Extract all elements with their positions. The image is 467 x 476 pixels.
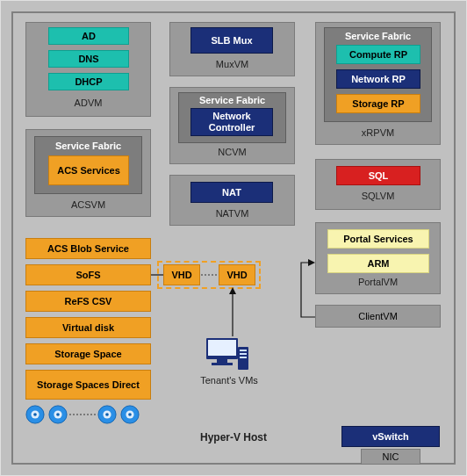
arm-box: ARM (327, 254, 429, 273)
disk-icon (25, 405, 45, 424)
tenant-to-vhd-arrow (227, 287, 238, 336)
svg-point-11 (128, 413, 132, 416)
svg-rect-16 (212, 363, 233, 365)
acsvm-label: ACSVM (25, 199, 151, 210)
network-rp-box: Network RP (336, 69, 420, 89)
nic-label: NIC (383, 451, 399, 462)
acs-blob-label: ACS Blob Service (47, 243, 129, 254)
ssd-box: Storage Spaces Direct (25, 370, 151, 400)
disk-icon (48, 405, 68, 424)
xrpvm-label: xRPVM (315, 127, 441, 138)
vhd-ellipsis-line (201, 274, 217, 276)
natvm-label: NATVM (169, 208, 295, 219)
portal-services-box: Portal Services (327, 229, 429, 249)
tenant-vms-label: Tenant's VMs (176, 375, 282, 386)
dns-label: DNS (78, 54, 98, 64)
svg-rect-15 (217, 359, 227, 363)
ncvm-fabric-label: Service Fabric (199, 95, 265, 105)
svg-marker-25 (308, 259, 315, 266)
nc-label: Network Controller (191, 111, 272, 133)
svg-rect-18 (240, 350, 247, 351)
diagram-canvas: AD DNS DHCP ADVM Service Fabric ACS Serv… (0, 0, 467, 476)
clientvm-label: ClientVM (358, 311, 398, 321)
storage-rp-label: Storage RP (352, 98, 404, 109)
ncvm-label: NCVM (169, 147, 295, 157)
sql-box: SQL (336, 166, 420, 185)
disk-icon (97, 405, 117, 424)
clientvm-group: ClientVM (315, 305, 441, 328)
arm-label: ARM (367, 258, 389, 269)
sspace-box: Storage Space (25, 343, 151, 364)
network-rp-label: Network RP (351, 74, 406, 84)
dhcp-box: DHCP (48, 73, 129, 90)
sqlvm-label: SQLVM (315, 191, 441, 201)
compute-rp-box: Compute RP (336, 45, 420, 64)
sofs-box: SoFS (25, 264, 151, 285)
muxvm-label: MuxVM (169, 59, 295, 69)
refs-label: ReFS CSV (65, 296, 112, 307)
acs-blob-box: ACS Blob Service (25, 238, 151, 259)
portal-services-label: Portal Services (343, 234, 413, 244)
svg-rect-19 (240, 353, 247, 355)
xrpvm-fabric-label: Service Fabric (345, 31, 411, 41)
hyperv-host-label: Hyper-V Host (176, 431, 291, 444)
disk-icon (120, 405, 140, 424)
refs-box: ReFS CSV (25, 291, 151, 312)
compute-rp-label: Compute RP (349, 49, 407, 60)
vswitch-box: vSwitch (341, 426, 440, 447)
dns-box: DNS (48, 50, 129, 68)
dhcp-label: DHCP (75, 76, 102, 87)
vdisk-box: Virtual disk (25, 317, 151, 338)
advm-label: ADVM (25, 97, 151, 108)
disk-ellipsis-line (69, 414, 96, 415)
acsvm-fabric-label: Service Fabric (55, 141, 121, 151)
ad-label: AD (82, 31, 96, 41)
svg-point-5 (56, 413, 60, 416)
svg-rect-20 (240, 357, 247, 358)
portalvm-label: PortalVM (315, 277, 441, 287)
svg-rect-14 (208, 340, 236, 356)
client-to-portal-arrow (296, 257, 317, 319)
ad-box: AD (48, 27, 129, 45)
nc-box: Network Controller (190, 108, 273, 136)
svg-point-8 (105, 413, 109, 416)
svg-marker-22 (229, 287, 236, 294)
acs-services-box: ACS Services (48, 155, 129, 185)
sofs-to-vhd-line (151, 274, 163, 276)
sql-label: SQL (369, 170, 389, 181)
nat-label: NAT (222, 187, 241, 198)
acs-services-label: ACS Services (57, 164, 120, 177)
nic-box: NIC (361, 449, 420, 465)
tenant-vms-icon (201, 335, 254, 373)
nat-box: NAT (190, 182, 273, 203)
svg-point-2 (33, 413, 37, 416)
slbmux-box: SLB Mux (190, 27, 273, 54)
storage-rp-box: Storage RP (336, 94, 420, 113)
ssd-label: Storage Spaces Direct (37, 379, 140, 391)
slbmux-label: SLB Mux (211, 35, 252, 47)
vdisk-label: Virtual disk (62, 322, 114, 333)
sofs-label: SoFS (75, 270, 100, 280)
sspace-label: Storage Space (54, 349, 121, 359)
vswitch-label: vSwitch (372, 431, 409, 442)
